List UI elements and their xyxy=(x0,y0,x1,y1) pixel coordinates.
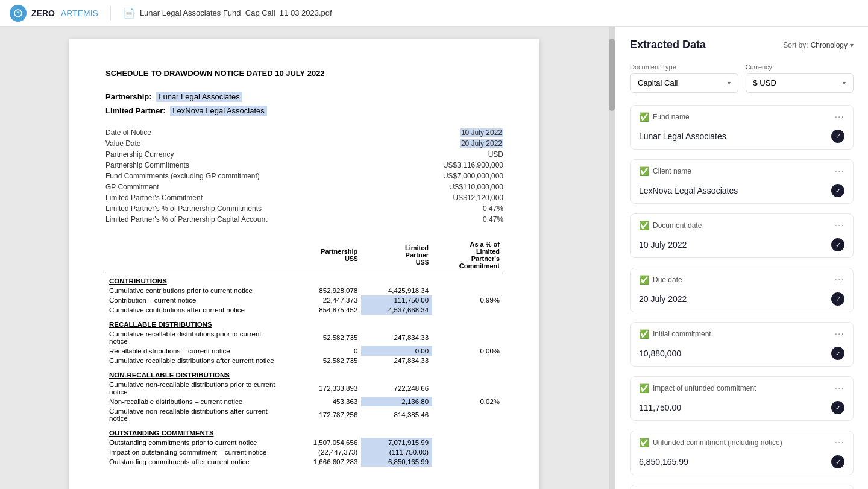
field-value: US$110,000,000 xyxy=(449,183,503,191)
more-options-button[interactable]: ··· xyxy=(835,274,844,285)
doc-field-row: Limited Partner's % of Partnership Commi… xyxy=(105,203,503,214)
row-label: Non-recallable distributions – current n… xyxy=(105,397,285,406)
field-client-name-value-row: LexNova Legal Associates ✓ xyxy=(631,180,853,203)
doc-scrollbar[interactable] xyxy=(609,27,615,489)
fund-name-value: Lunar Legal Associates xyxy=(639,131,726,141)
verified-icon: ✓ xyxy=(831,238,844,251)
verified-icon: ✓ xyxy=(831,292,844,306)
check-icon: ✅ xyxy=(639,221,649,230)
document-date-label: ✅ Document date xyxy=(639,221,702,230)
row-col3: 111,750.00 xyxy=(361,295,432,305)
row-col3: 7,071,915.99 xyxy=(361,438,432,447)
row-col4: 0.99% xyxy=(432,295,503,305)
row-col3: 722,248.66 xyxy=(361,380,432,397)
field-due-date: ✅ Due date ··· 20 July 2022 ✓ xyxy=(630,268,854,312)
doc-lp: Limited Partner: LexNova Legal Associate… xyxy=(105,106,503,115)
more-options-button[interactable]: ··· xyxy=(835,166,844,177)
row-col4 xyxy=(432,380,503,397)
main-layout: SCHEDULE TO DRAWDOWN NOTICE DATED 10 JUL… xyxy=(0,27,868,489)
field-initial-commitment: ✅ Initial commitment ··· 10,880,000 ✓ xyxy=(630,322,854,367)
field-value: US$3,116,900,000 xyxy=(443,161,503,169)
more-options-button[interactable]: ··· xyxy=(835,112,844,122)
row-col4 xyxy=(432,329,503,346)
more-options-button[interactable]: ··· xyxy=(835,383,844,394)
verified-icon: ✓ xyxy=(831,130,844,143)
table-row: Cumulative contributions after current n… xyxy=(105,305,503,315)
doc-partnership: Partnership: Lunar Legal Associates xyxy=(105,92,503,101)
table-row: Cumulative recallable distributions prio… xyxy=(105,329,503,346)
document-type-dropdown[interactable]: Capital Call ▾ xyxy=(630,73,738,93)
field-due-date-header: ✅ Due date ··· xyxy=(631,268,853,289)
field-value: USD xyxy=(488,150,503,159)
row-col4: 0.00% xyxy=(432,346,503,356)
logo-artemis: ARTEMIS xyxy=(61,8,98,18)
row-col4 xyxy=(432,447,503,457)
more-options-button[interactable]: ··· xyxy=(835,437,844,448)
client-name-value: LexNova Legal Associates xyxy=(639,186,738,195)
doc-fields-table: Date of Notice 10 July 2022 Value Date 2… xyxy=(105,127,503,225)
initial-commitment-label-text: Initial commitment xyxy=(653,330,711,338)
impact-unfunded-label-text: Impact of unfunded commitment xyxy=(653,384,756,393)
row-col2: 52,582,735 xyxy=(285,356,361,365)
row-col2: 852,928,078 xyxy=(285,286,361,295)
field-unfunded-before: ✅ Unfunded commitment (before notice) ··… xyxy=(630,485,854,489)
table-row: Contribution – current notice 22,447,373… xyxy=(105,295,503,305)
row-col3: 247,834.33 xyxy=(361,356,432,365)
row-col2: 52,582,735 xyxy=(285,329,361,346)
doc-field-row: Partnership Currency USD xyxy=(105,149,503,160)
table-row: Impact on outstanding commitment – curre… xyxy=(105,447,503,457)
row-col2: 1,666,607,283 xyxy=(285,457,361,467)
verified-icon: ✓ xyxy=(831,184,844,197)
field-document-date-value-row: 10 July 2022 ✓ xyxy=(631,235,853,257)
table-row: Outstanding commitments after current no… xyxy=(105,457,503,467)
row-label: Recallable distributions – current notic… xyxy=(105,346,285,356)
scrollbar-thumb[interactable] xyxy=(609,39,615,111)
unfunded-including-label-text: Unfunded commitment (including notice) xyxy=(653,438,782,447)
sort-by-label: Sort by: xyxy=(783,41,808,49)
doc-field-row: Value Date 20 July 2022 xyxy=(105,138,503,149)
row-col3: 4,425,918.34 xyxy=(361,286,432,295)
section-header-label: OUTSTANDING COMMITMENTS xyxy=(105,423,503,438)
dropdown-chevron-icon: ▾ xyxy=(728,80,731,86)
check-icon: ✅ xyxy=(639,275,649,285)
more-options-button[interactable]: ··· xyxy=(835,220,844,231)
controls-row: Document Type Capital Call ▾ Currency $ … xyxy=(630,63,854,93)
more-options-button[interactable]: ··· xyxy=(835,329,844,339)
currency-dropdown[interactable]: $ USD ▾ xyxy=(746,73,854,93)
field-document-date: ✅ Document date ··· 10 July 2022 ✓ xyxy=(630,213,854,258)
field-unfunded-including-value-row: 6,850,165.99 ✓ xyxy=(631,452,853,475)
section-recallable: RECALLABLE DISTRIBUTIONS xyxy=(105,315,503,329)
row-col3: 4,537,668.34 xyxy=(361,305,432,315)
logo-icon xyxy=(10,5,27,22)
lp-label: Limited Partner: xyxy=(105,106,166,115)
table-header-row: PartnershipUS$ LimitedPartnerUS$ As a % … xyxy=(105,239,503,271)
due-date-label-text: Due date xyxy=(653,276,682,284)
row-col3: 2,136.80 xyxy=(361,397,432,406)
fund-name-label: ✅ Fund name xyxy=(639,112,690,122)
field-impact-unfunded-value-row: 111,750.00 ✓ xyxy=(631,397,853,420)
field-impact-unfunded-header: ✅ Impact of unfunded commitment ··· xyxy=(631,377,853,397)
due-date-value: 20 July 2022 xyxy=(639,294,687,304)
row-col4 xyxy=(432,438,503,447)
currency-value: $ USD xyxy=(753,78,776,87)
col-header-description xyxy=(105,239,285,271)
field-label: Limited Partner's % of Partnership Commi… xyxy=(105,204,262,213)
sort-by-dropdown[interactable]: Sort by: Chronology ▾ xyxy=(783,41,854,49)
table-row: Cumulative non-recallable distributions … xyxy=(105,406,503,423)
doc-field-row: Partnership Commitments US$3,116,900,000 xyxy=(105,160,503,171)
field-unfunded-before-header: ✅ Unfunded commitment (before notice) ··… xyxy=(631,485,853,489)
initial-commitment-value: 10,880,000 xyxy=(639,349,681,358)
field-label: Date of Notice xyxy=(105,128,151,137)
row-col3: 6,850,165.99 xyxy=(361,457,432,467)
row-label: Cumulative non-recallable distributions … xyxy=(105,406,285,423)
row-col3: 0.00 xyxy=(361,346,432,356)
sort-by-value: Chronology xyxy=(811,41,848,49)
doc-field-row: GP Commitment US$110,000,000 xyxy=(105,181,503,192)
lp-value: LexNova Legal Associates xyxy=(170,106,266,116)
document-panel[interactable]: SCHEDULE TO DRAWDOWN NOTICE DATED 10 JUL… xyxy=(0,27,609,489)
row-col4 xyxy=(432,356,503,365)
row-label: Contribution – current notice xyxy=(105,295,285,305)
table-row: Cumulative contributions prior to curren… xyxy=(105,286,503,295)
section-header-label: NON-RECALLABLE DISTRIBUTIONS xyxy=(105,365,503,380)
field-fund-name-value-row: Lunar Legal Associates ✓ xyxy=(631,126,853,149)
